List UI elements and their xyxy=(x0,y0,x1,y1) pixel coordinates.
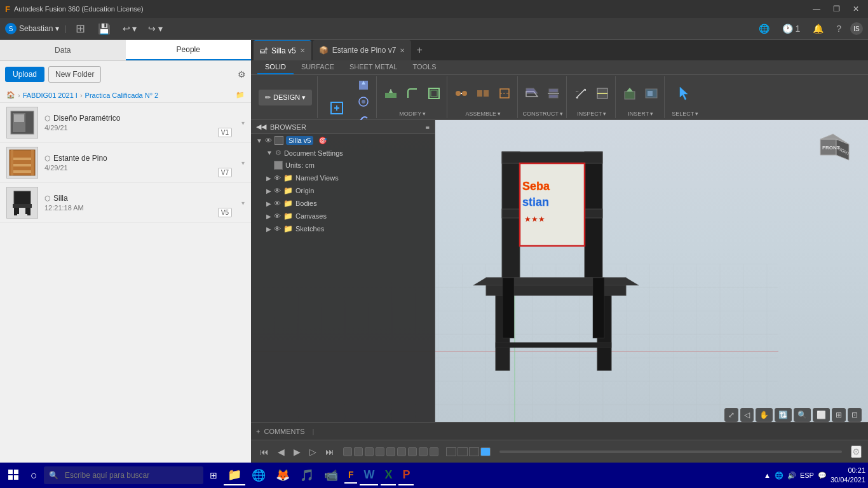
settings-icon[interactable]: ⚙ xyxy=(238,69,246,79)
insert-derive-btn[interactable] xyxy=(620,85,640,102)
up-arrow-icon[interactable]: ▲ xyxy=(764,471,771,479)
tab-silla[interactable]: 🛋 Silla v5 ✕ xyxy=(254,40,311,60)
origin-eye-icon[interactable]: 👁 xyxy=(274,187,281,194)
canvas-frame-1[interactable] xyxy=(446,447,456,456)
close-button[interactable]: ✕ xyxy=(849,3,863,15)
anim-play-btn[interactable]: ▶ xyxy=(291,445,303,458)
section-analysis-btn[interactable] xyxy=(592,85,613,102)
target-icon[interactable]: 🎯 xyxy=(318,137,327,145)
anim-timeline[interactable] xyxy=(499,451,842,453)
add-comment-icon[interactable]: + xyxy=(256,428,260,435)
fusion-btn-tb[interactable]: F xyxy=(344,467,358,484)
tab-people[interactable]: People xyxy=(126,40,252,60)
grid-btn[interactable]: ⊞ xyxy=(832,408,846,422)
breadcrumb-item-1[interactable]: FABDIG01 2021 I xyxy=(23,92,78,99)
viewport-3d[interactable]: ◀◀ BROWSER ≡ ▼ 👁 Silla v5 🎯 ▼ ⚙ xyxy=(251,120,868,440)
frame-7[interactable] xyxy=(408,447,417,456)
offset-plane-btn[interactable] xyxy=(522,85,542,102)
anim-settings-btn[interactable]: ⚙ xyxy=(851,445,862,458)
toolbar-tab-solid[interactable]: SOLID xyxy=(257,60,294,74)
browser-menu-icon[interactable]: ≡ xyxy=(426,123,430,131)
browser-item-bodies[interactable]: ▶ 👁 📁 Bodies xyxy=(251,197,435,210)
display-mode-btn[interactable]: ⬜ xyxy=(813,408,830,422)
search-button[interactable]: ○ xyxy=(27,466,41,485)
named-views-eye-icon[interactable]: 👁 xyxy=(274,174,281,182)
assemble-chevron-icon[interactable]: ▾ xyxy=(498,111,501,117)
maximize-button[interactable]: ❐ xyxy=(829,3,844,15)
canvas-frame-2[interactable] xyxy=(458,447,468,456)
canvas-frame-3[interactable] xyxy=(469,447,479,456)
as-built-joint-btn[interactable] xyxy=(473,85,493,102)
eye-icon[interactable]: 👁 xyxy=(265,137,272,144)
inspect-chevron-icon[interactable]: ▾ xyxy=(603,111,606,117)
spotify-btn[interactable]: 🎵 xyxy=(296,466,318,485)
minimize-button[interactable]: — xyxy=(809,3,824,15)
browser-collapse-icon[interactable]: ◀◀ xyxy=(256,123,266,131)
breadcrumb-home-icon[interactable]: 🏠 xyxy=(6,91,15,99)
tab-data[interactable]: Data xyxy=(0,40,126,60)
save-icon[interactable]: 💾 xyxy=(94,22,114,36)
word-btn-tb[interactable]: W xyxy=(360,466,378,485)
browser-item-silla[interactable]: ▼ 👁 Silla v5 🎯 xyxy=(251,134,435,147)
taskbar-clock[interactable]: 00:21 30/04/2021 xyxy=(831,466,865,485)
apps-grid-icon[interactable]: ⊞ xyxy=(72,20,89,37)
start-button[interactable] xyxy=(3,466,24,485)
rotate-btn[interactable]: 🔃 xyxy=(775,408,792,422)
anim-first-btn[interactable]: ⏮ xyxy=(257,445,271,458)
zoom-btn[interactable]: 🔍 xyxy=(794,408,811,422)
frame-5[interactable] xyxy=(386,447,395,456)
chrome-btn[interactable]: 🌐 xyxy=(248,466,269,485)
zoom-btn-tb[interactable]: 📹 xyxy=(320,466,342,485)
toolbar-tab-sheet[interactable]: SHEET METAL xyxy=(342,60,405,74)
select-chevron-icon[interactable]: ▾ xyxy=(695,111,698,117)
clock-icon[interactable]: 🕐 1 xyxy=(778,22,804,35)
frame-9[interactable] xyxy=(430,447,438,456)
user-menu[interactable]: S Sebastian ▾ xyxy=(5,23,59,34)
frame-4[interactable] xyxy=(376,447,384,456)
press-pull-btn[interactable] xyxy=(381,85,401,102)
revolve-btn[interactable] xyxy=(353,94,374,109)
tab-add-button[interactable]: + xyxy=(412,44,426,56)
file-explorer-btn[interactable]: 📁 xyxy=(224,465,245,485)
frame-8[interactable] xyxy=(419,447,428,456)
browser-item-canvases[interactable]: ▶ 👁 📁 Canvases xyxy=(251,210,435,222)
canvas-frame-active[interactable] xyxy=(480,447,491,456)
help-icon[interactable]: ? xyxy=(832,22,845,35)
browser-item-named-views[interactable]: ▶ 👁 📁 Named Views xyxy=(251,172,435,184)
breadcrumb-item-2[interactable]: Practica Calificada N° 2 xyxy=(85,92,159,99)
edge-btn[interactable]: 🦊 xyxy=(272,466,294,485)
frame-1[interactable] xyxy=(343,447,352,456)
file-item-diseno[interactable]: ⬡ Diseño Paramétrico 4/29/21 V1 ▾ xyxy=(0,103,251,143)
file-item-estante[interactable]: ⬡ Estante de Pino 4/29/21 V7 ▾ xyxy=(0,143,251,183)
bodies-eye-icon[interactable]: 👁 xyxy=(274,200,281,207)
browser-item-sketches[interactable]: ▶ 👁 📁 Sketches xyxy=(251,222,435,235)
tab-silla-close[interactable]: ✕ xyxy=(300,47,305,54)
anim-prev-btn[interactable]: ◀ xyxy=(275,445,287,458)
toolbar-tab-surface[interactable]: SURFACE xyxy=(294,60,342,74)
rigid-group-btn[interactable] xyxy=(494,85,515,102)
insert-chevron-icon[interactable]: ▾ xyxy=(650,111,653,117)
taskbar-search-input[interactable] xyxy=(58,468,198,482)
file-item-silla[interactable]: ⬡ Silla 12:21:18 AM V5 ▾ xyxy=(0,183,251,223)
anim-last-btn[interactable]: ⏭ xyxy=(323,445,337,458)
frame-2[interactable] xyxy=(354,447,363,456)
construct-chevron-icon[interactable]: ▾ xyxy=(560,111,563,117)
volume-icon[interactable]: 🔊 xyxy=(787,471,796,480)
bell-icon[interactable]: 🔔 xyxy=(809,22,827,35)
joint-btn[interactable] xyxy=(451,85,471,102)
canvases-eye-icon[interactable]: 👁 xyxy=(274,212,281,220)
redo-button[interactable]: ↪ ▾ xyxy=(145,22,166,36)
select-btn[interactable] xyxy=(670,84,700,103)
frame-6[interactable] xyxy=(397,447,406,456)
create-new-body-btn[interactable] xyxy=(322,98,352,121)
task-view-btn[interactable]: ⊞ xyxy=(206,468,221,483)
upload-button[interactable]: Upload xyxy=(5,67,44,82)
frame-3[interactable] xyxy=(365,447,374,456)
lang-label[interactable]: ESP xyxy=(800,471,814,479)
network-icon[interactable]: 🌐 xyxy=(775,471,783,480)
modify-chevron-icon[interactable]: ▾ xyxy=(423,111,426,117)
midplane-btn[interactable] xyxy=(543,85,564,102)
pan-btn[interactable]: ✋ xyxy=(756,408,773,422)
extrude-btn[interactable] xyxy=(353,78,374,93)
sketches-eye-icon[interactable]: 👁 xyxy=(274,225,281,233)
